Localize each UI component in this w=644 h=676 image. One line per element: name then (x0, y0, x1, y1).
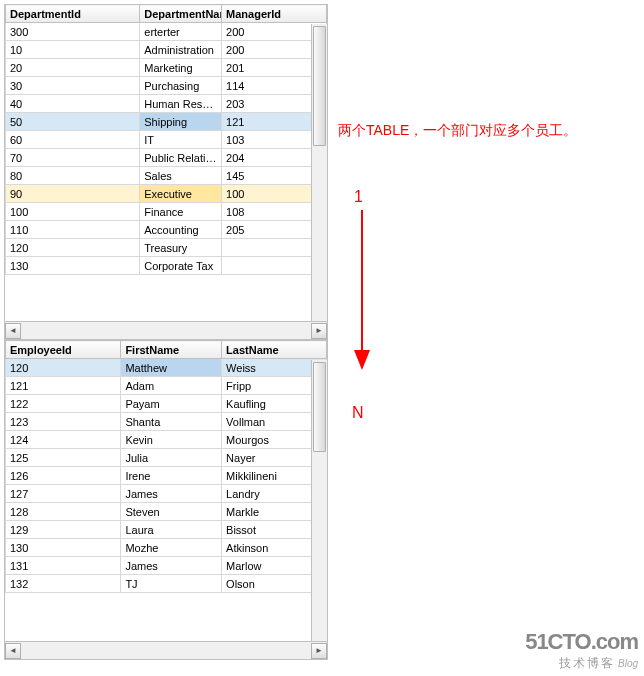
table-cell[interactable]: Mozhe (121, 539, 222, 557)
scroll-left-icon[interactable]: ◄ (5, 643, 21, 659)
column-header[interactable]: EmployeeId (6, 341, 121, 359)
table-cell[interactable]: 127 (6, 485, 121, 503)
table-row[interactable]: 120Treasury (6, 239, 327, 257)
table-cell[interactable]: Kevin (121, 431, 222, 449)
table-cell[interactable]: Julia (121, 449, 222, 467)
horizontal-scrollbar[interactable]: ◄ ► (4, 642, 328, 660)
table-cell[interactable]: 300 (6, 23, 140, 41)
table-row[interactable]: 70Public Relations204 (6, 149, 327, 167)
table-row[interactable]: 124KevinMourgos (6, 431, 327, 449)
table-cell[interactable]: 131 (6, 557, 121, 575)
table-cell[interactable]: Corporate Tax (140, 257, 222, 275)
table-cell[interactable]: 120 (6, 239, 140, 257)
table-cell[interactable]: 90 (6, 185, 140, 203)
table-row[interactable]: 130MozheAtkinson (6, 539, 327, 557)
table-row[interactable]: 127JamesLandry (6, 485, 327, 503)
employee-grid[interactable]: EmployeeIdFirstNameLastName 120MatthewWe… (4, 340, 328, 642)
table-cell[interactable]: Shipping (140, 113, 222, 131)
scroll-right-icon[interactable]: ► (311, 323, 327, 339)
table-cell[interactable]: Payam (121, 395, 222, 413)
table-cell[interactable]: 120 (6, 359, 121, 377)
column-header[interactable]: LastName (222, 341, 327, 359)
table-cell[interactable]: 10 (6, 41, 140, 59)
table-row[interactable]: 123ShantaVollman (6, 413, 327, 431)
table-cell[interactable]: 30 (6, 77, 140, 95)
table-row[interactable]: 126IreneMikkilineni (6, 467, 327, 485)
table-cell[interactable]: Treasury (140, 239, 222, 257)
table-cell[interactable]: 123 (6, 413, 121, 431)
table-row[interactable]: 121AdamFripp (6, 377, 327, 395)
column-header[interactable]: DepartmentName (140, 5, 222, 23)
table-row[interactable]: 132TJOlson (6, 575, 327, 593)
vertical-scrollbar[interactable] (311, 24, 327, 321)
table-cell[interactable]: Executive (140, 185, 222, 203)
annotation-description: 两个TABLE，一个部门对应多个员工。 (338, 122, 577, 140)
table-cell[interactable]: Public Relations (140, 149, 222, 167)
table-cell[interactable]: Marketing (140, 59, 222, 77)
table-cell[interactable]: 50 (6, 113, 140, 131)
table-cell[interactable]: IT (140, 131, 222, 149)
table-cell[interactable]: Administration (140, 41, 222, 59)
table-row[interactable]: 100Finance108 (6, 203, 327, 221)
scroll-right-icon[interactable]: ► (311, 643, 327, 659)
table-cell[interactable]: Sales (140, 167, 222, 185)
table-cell[interactable]: 129 (6, 521, 121, 539)
column-header[interactable]: ManagerId (222, 5, 327, 23)
table-cell[interactable]: 20 (6, 59, 140, 77)
table-row[interactable]: 20Marketing201 (6, 59, 327, 77)
scroll-left-icon[interactable]: ◄ (5, 323, 21, 339)
table-row[interactable]: 40Human Resourc203 (6, 95, 327, 113)
table-cell[interactable]: Purchasing (140, 77, 222, 95)
vertical-scrollbar[interactable] (311, 360, 327, 641)
horizontal-scrollbar[interactable]: ◄ ► (4, 322, 328, 340)
table-cell[interactable]: 130 (6, 539, 121, 557)
watermark-blog: Blog (618, 658, 638, 669)
table-row[interactable]: 129LauraBissot (6, 521, 327, 539)
table-row[interactable]: 131JamesMarlow (6, 557, 327, 575)
table-cell[interactable]: James (121, 557, 222, 575)
table-cell[interactable]: 40 (6, 95, 140, 113)
table-row[interactable]: 300erterter200 (6, 23, 327, 41)
table-cell[interactable]: Finance (140, 203, 222, 221)
table-cell[interactable]: 130 (6, 257, 140, 275)
table-cell[interactable]: 60 (6, 131, 140, 149)
table-row[interactable]: 10Administration200 (6, 41, 327, 59)
table-row[interactable]: 125JuliaNayer (6, 449, 327, 467)
table-cell[interactable]: 126 (6, 467, 121, 485)
table-cell[interactable]: Matthew (121, 359, 222, 377)
table-row[interactable]: 80Sales145 (6, 167, 327, 185)
table-cell[interactable]: Accounting (140, 221, 222, 239)
table-row[interactable]: 128StevenMarkle (6, 503, 327, 521)
table-cell[interactable]: Irene (121, 467, 222, 485)
table-row[interactable]: 130Corporate Tax (6, 257, 327, 275)
table-cell[interactable]: Steven (121, 503, 222, 521)
table-row[interactable]: 110Accounting205 (6, 221, 327, 239)
table-cell[interactable]: Adam (121, 377, 222, 395)
table-cell[interactable]: Human Resourc (140, 95, 222, 113)
department-grid[interactable]: DepartmentIdDepartmentNameManagerId 300e… (4, 4, 328, 322)
table-row[interactable]: 120MatthewWeiss (6, 359, 327, 377)
table-cell[interactable]: TJ (121, 575, 222, 593)
table-cell[interactable]: 80 (6, 167, 140, 185)
column-header[interactable]: DepartmentId (6, 5, 140, 23)
table-cell[interactable]: 70 (6, 149, 140, 167)
table-cell[interactable]: James (121, 485, 222, 503)
table-row[interactable]: 90Executive100 (6, 185, 327, 203)
table-cell[interactable]: 124 (6, 431, 121, 449)
table-row[interactable]: 50Shipping121 (6, 113, 327, 131)
table-row[interactable]: 60IT103 (6, 131, 327, 149)
table-cell[interactable]: 100 (6, 203, 140, 221)
table-cell[interactable]: erterter (140, 23, 222, 41)
table-cell[interactable]: Laura (121, 521, 222, 539)
table-cell[interactable]: 132 (6, 575, 121, 593)
table-cell[interactable]: 110 (6, 221, 140, 239)
table-row[interactable]: 122PayamKaufling (6, 395, 327, 413)
table-cell[interactable]: Shanta (121, 413, 222, 431)
table-cell[interactable]: 128 (6, 503, 121, 521)
column-header[interactable]: FirstName (121, 341, 222, 359)
table-cell[interactable]: 125 (6, 449, 121, 467)
table-cell[interactable]: 121 (6, 377, 121, 395)
watermark: 51CTO.com 技术博客 Blog (525, 629, 638, 672)
table-row[interactable]: 30Purchasing114 (6, 77, 327, 95)
table-cell[interactable]: 122 (6, 395, 121, 413)
